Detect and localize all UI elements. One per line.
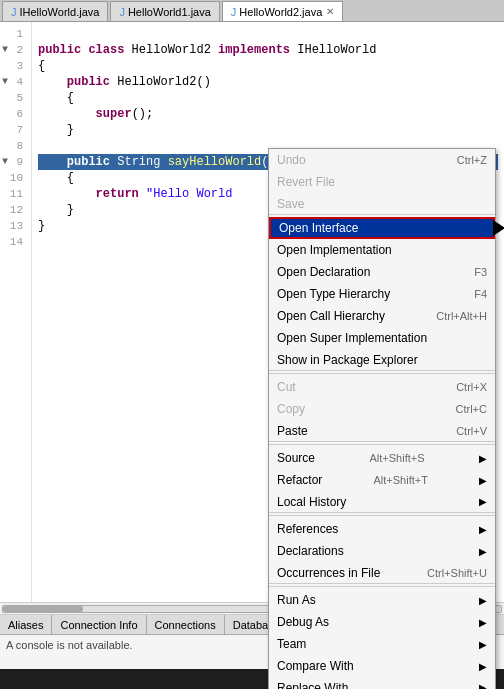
menu-item-source[interactable]: Source Alt+Shift+S ▶	[269, 447, 495, 469]
menu-label: Copy	[277, 402, 305, 416]
code-line-2: public class HelloWorld2 implements IHel…	[38, 42, 498, 58]
menu-item-debug-as[interactable]: Debug As ▶	[269, 611, 495, 633]
line-num-10: 10	[0, 170, 27, 186]
menu-label: Debug As	[277, 615, 329, 629]
fold-marker[interactable]: ▼	[2, 74, 8, 90]
menu-label: Open Call Hierarchy	[277, 309, 385, 323]
code-line-3: {	[38, 58, 498, 74]
menu-item-local-history[interactable]: Local History ▶	[269, 491, 495, 513]
separator	[269, 586, 495, 587]
submenu-arrow-icon: ▶	[479, 639, 487, 650]
java-file-icon: J	[119, 6, 125, 18]
submenu-arrow-icon: ▶	[479, 453, 487, 464]
menu-item-open-type[interactable]: Open Type Hierarchy F4	[269, 283, 495, 305]
menu-label: Run As	[277, 593, 316, 607]
menu-shortcut: Ctrl+Shift+U	[427, 567, 487, 579]
tab-helloworld1[interactable]: J HelloWorld1.java	[110, 1, 219, 21]
line-num-13: 13	[0, 218, 27, 234]
menu-label: Occurrences in File	[277, 566, 380, 580]
line-num-2: ▼2	[0, 42, 27, 58]
code-line-7: }	[38, 122, 498, 138]
menu-label: Open Type Hierarchy	[277, 287, 390, 301]
menu-shortcut: Ctrl+Z	[457, 154, 487, 166]
menu-item-replace[interactable]: Replace With ▶	[269, 677, 495, 689]
line-num-9: ▼9	[0, 154, 27, 170]
menu-shortcut: Ctrl+Alt+H	[436, 310, 487, 322]
menu-shortcut: Ctrl+X	[456, 381, 487, 393]
bottom-tab-connections[interactable]: Connections	[147, 615, 225, 635]
line-num-5: 5	[0, 90, 27, 106]
submenu-arrow-icon: ▶	[479, 546, 487, 557]
menu-item-references[interactable]: References ▶	[269, 518, 495, 540]
menu-label: Open Declaration	[277, 265, 370, 279]
cursor-arrow-icon	[493, 220, 504, 236]
menu-label: Open Implementation	[277, 243, 392, 257]
line-num-14: 14	[0, 234, 27, 250]
menu-label: Compare With	[277, 659, 354, 673]
code-line-1	[38, 26, 498, 42]
java-file-icon: J	[231, 6, 237, 18]
menu-item-open-decl[interactable]: Open Declaration F3	[269, 261, 495, 283]
menu-item-save[interactable]: Save	[269, 193, 495, 215]
fold-marker[interactable]: ▼	[2, 154, 8, 170]
menu-item-occurrences[interactable]: Occurrences in File Ctrl+Shift+U	[269, 562, 495, 584]
line-num-12: 12	[0, 202, 27, 218]
menu-item-compare[interactable]: Compare With ▶	[269, 655, 495, 677]
menu-shortcut: F3	[474, 266, 487, 278]
tab-helloworld2[interactable]: J HelloWorld2.java ✕	[222, 1, 343, 21]
tab-ihelloworld[interactable]: J IHelloWorld.java	[2, 1, 108, 21]
menu-label: Open Super Implementation	[277, 331, 427, 345]
menu-label: Show in Package Explorer	[277, 353, 418, 367]
menu-item-run-as[interactable]: Run As ▶	[269, 589, 495, 611]
bottom-tab-aliases[interactable]: Aliases	[0, 615, 52, 635]
menu-item-show-pkg[interactable]: Show in Package Explorer	[269, 349, 495, 371]
tab-close-icon[interactable]: ✕	[326, 6, 334, 17]
bottom-tab-conninfo[interactable]: Connection Info	[52, 615, 146, 635]
scrollbar-thumb[interactable]	[3, 606, 83, 612]
separator	[269, 515, 495, 516]
menu-item-cut[interactable]: Cut Ctrl+X	[269, 376, 495, 398]
menu-item-paste[interactable]: Paste Ctrl+V	[269, 420, 495, 442]
submenu-arrow-icon: ▶	[479, 682, 487, 689]
submenu-arrow-icon: ▶	[479, 524, 487, 535]
context-menu: Undo Ctrl+Z Revert File Save Open Interf…	[268, 148, 496, 689]
menu-item-declarations[interactable]: Declarations ▶	[269, 540, 495, 562]
menu-item-open-call[interactable]: Open Call Hierarchy Ctrl+Alt+H	[269, 305, 495, 327]
java-file-icon: J	[11, 6, 17, 18]
menu-label: Revert File	[277, 175, 335, 189]
line-num-4: ▼4	[0, 74, 27, 90]
menu-item-open-super[interactable]: Open Super Implementation	[269, 327, 495, 349]
line-numbers: 1 ▼2 3 ▼4 5 6 7 8 ▼9 10 11 12 13 14	[0, 22, 32, 602]
line-num-11: 11	[0, 186, 27, 202]
separator	[269, 373, 495, 374]
menu-item-refactor[interactable]: Refactor Alt+Shift+T ▶	[269, 469, 495, 491]
menu-label: Paste	[277, 424, 308, 438]
menu-item-team[interactable]: Team ▶	[269, 633, 495, 655]
fold-marker[interactable]: ▼	[2, 42, 8, 58]
menu-label: Open Interface	[279, 221, 358, 235]
menu-item-copy[interactable]: Copy Ctrl+C	[269, 398, 495, 420]
menu-shortcut: Ctrl+C	[456, 403, 487, 415]
menu-item-open-impl[interactable]: Open Implementation	[269, 239, 495, 261]
menu-label: Refactor	[277, 473, 322, 487]
menu-item-open-interface[interactable]: Open Interface	[269, 217, 495, 239]
code-line-5: {	[38, 90, 498, 106]
submenu-arrow-icon: ▶	[479, 595, 487, 606]
menu-label: Replace With	[277, 681, 348, 690]
menu-label: Team	[277, 637, 306, 651]
code-line-4: public HelloWorld2()	[38, 74, 498, 90]
menu-label: References	[277, 522, 338, 536]
menu-label: Save	[277, 197, 304, 211]
line-num-7: 7	[0, 122, 27, 138]
menu-label: Declarations	[277, 544, 344, 558]
menu-label: Cut	[277, 380, 296, 394]
menu-shortcut: Alt+Shift+T	[373, 474, 427, 486]
submenu-arrow-icon: ▶	[479, 661, 487, 672]
menu-item-revert[interactable]: Revert File	[269, 171, 495, 193]
line-num-6: 6	[0, 106, 27, 122]
menu-shortcut: Alt+Shift+S	[369, 452, 424, 464]
line-num-3: 3	[0, 58, 27, 74]
menu-item-undo[interactable]: Undo Ctrl+Z	[269, 149, 495, 171]
line-num-1: 1	[0, 26, 27, 42]
menu-label: Undo	[277, 153, 306, 167]
